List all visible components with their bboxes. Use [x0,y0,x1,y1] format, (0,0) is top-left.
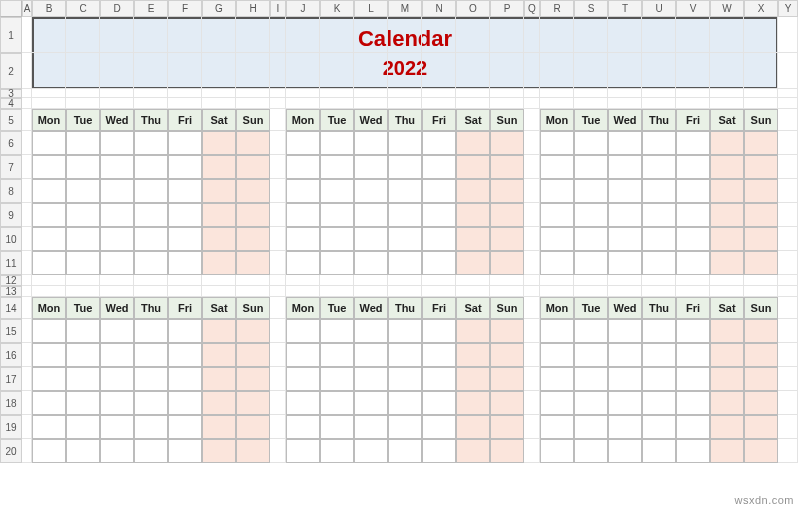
cell[interactable] [778,98,798,109]
cell[interactable] [354,275,388,286]
day-cell[interactable] [676,131,710,155]
cell[interactable] [710,98,744,109]
day-cell[interactable] [320,155,354,179]
cell[interactable] [388,98,422,109]
cell[interactable] [490,286,524,297]
cell[interactable] [456,98,490,109]
weekend-cell[interactable] [456,439,490,463]
day-cell[interactable] [354,131,388,155]
day-cell[interactable] [134,415,168,439]
day-cell[interactable] [168,179,202,203]
cell[interactable] [202,89,236,98]
cell[interactable] [270,109,286,131]
col-header-X[interactable]: X [744,0,778,17]
cell[interactable] [456,53,490,89]
cell[interactable] [236,286,270,297]
weekend-cell[interactable] [744,319,778,343]
day-cell[interactable] [354,319,388,343]
weekend-cell[interactable] [744,415,778,439]
cell[interactable] [778,367,798,391]
day-cell[interactable] [642,155,676,179]
cell[interactable] [778,17,798,53]
cell[interactable] [524,179,540,203]
day-cell[interactable] [574,343,608,367]
weekend-cell[interactable] [456,391,490,415]
cell[interactable] [168,286,202,297]
col-header-C[interactable]: C [66,0,100,17]
cell[interactable] [32,98,66,109]
cell[interactable] [22,131,32,155]
cell[interactable] [202,17,236,53]
day-cell[interactable] [32,343,66,367]
day-cell[interactable] [642,391,676,415]
cell[interactable] [236,275,270,286]
cell[interactable] [710,17,744,53]
day-cell[interactable] [388,415,422,439]
weekend-cell[interactable] [456,131,490,155]
cell[interactable] [524,227,540,251]
day-cell[interactable] [286,439,320,463]
day-cell[interactable] [320,203,354,227]
day-cell[interactable] [286,227,320,251]
cell[interactable] [168,89,202,98]
day-header[interactable]: Fri [168,109,202,131]
weekend-cell[interactable] [710,251,744,275]
day-cell[interactable] [642,439,676,463]
weekend-cell[interactable] [744,367,778,391]
day-cell[interactable] [100,343,134,367]
day-header[interactable]: Sun [490,109,524,131]
cell[interactable] [778,227,798,251]
cell[interactable] [134,53,168,89]
cell[interactable] [270,319,286,343]
day-header[interactable]: Fri [422,297,456,319]
cell[interactable] [100,89,134,98]
cell[interactable] [270,17,286,53]
day-cell[interactable] [574,227,608,251]
day-cell[interactable] [286,391,320,415]
day-header[interactable]: Mon [540,109,574,131]
day-cell[interactable] [168,415,202,439]
day-cell[interactable] [676,439,710,463]
day-cell[interactable] [286,155,320,179]
cell[interactable] [270,53,286,89]
day-header[interactable]: Thu [388,297,422,319]
cell[interactable] [270,343,286,367]
day-cell[interactable] [66,343,100,367]
day-cell[interactable] [134,439,168,463]
weekend-cell[interactable] [744,439,778,463]
row-header-2[interactable]: 2 [0,53,22,89]
day-cell[interactable] [608,343,642,367]
day-cell[interactable] [32,391,66,415]
col-header-J[interactable]: J [286,0,320,17]
weekend-cell[interactable] [710,415,744,439]
cell[interactable] [320,89,354,98]
cell[interactable] [22,319,32,343]
cell[interactable] [286,53,320,89]
cell[interactable] [22,179,32,203]
cell[interactable] [32,89,66,98]
weekend-cell[interactable] [744,203,778,227]
day-cell[interactable] [66,179,100,203]
cell[interactable] [608,275,642,286]
cell[interactable] [490,98,524,109]
cell[interactable] [676,286,710,297]
cell[interactable] [608,98,642,109]
cell[interactable] [524,439,540,463]
day-header[interactable]: Tue [320,109,354,131]
day-header[interactable]: Thu [642,109,676,131]
row-header-11[interactable]: 11 [0,251,22,275]
col-header-K[interactable]: K [320,0,354,17]
cell[interactable] [710,286,744,297]
cell[interactable] [574,89,608,98]
cell[interactable] [524,17,540,53]
cell[interactable] [778,89,798,98]
day-cell[interactable] [168,227,202,251]
cell[interactable] [286,98,320,109]
day-cell[interactable] [32,131,66,155]
row-header-14[interactable]: 14 [0,297,22,319]
cell[interactable] [778,109,798,131]
day-cell[interactable] [168,251,202,275]
day-cell[interactable] [422,131,456,155]
day-cell[interactable] [388,251,422,275]
cell[interactable] [676,275,710,286]
